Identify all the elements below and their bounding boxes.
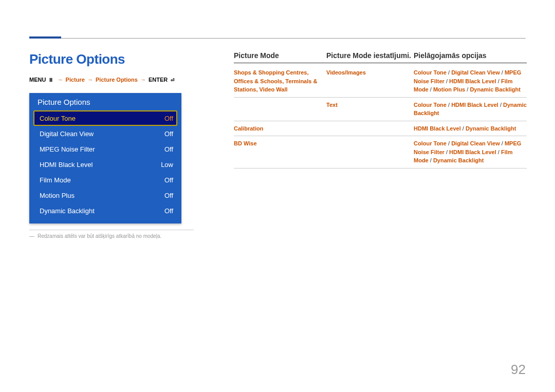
table-cell-options: HDMI Black Level / Dynamic Backlight (414, 124, 527, 133)
option: Dynamic Backlight (466, 125, 516, 132)
table-head-c3: Pielāgojamās opcijas (414, 51, 527, 60)
osd-item-value: Off (164, 115, 173, 122)
separator: / (447, 140, 451, 146)
table-row: TextColour Tone / HDMI Black Level / Dyn… (234, 98, 527, 121)
separator: / (496, 78, 501, 84)
osd-item-label: HDMI Black Level (40, 161, 92, 169)
option: Dynamic Backlight (433, 157, 484, 163)
enter-icon: ⏎ (169, 78, 176, 83)
option: Colour Tone (414, 102, 447, 108)
page-title: Picture Options (29, 51, 194, 67)
menu-icon: Ⅲ (47, 78, 54, 83)
table-cell-picture-mode: Calibration (234, 124, 326, 133)
osd-item-label: Film Mode (40, 176, 71, 184)
osd-item-label: Colour Tone (40, 115, 76, 122)
osd-item-colour-tone[interactable]: Colour ToneOff (33, 110, 177, 126)
option: Colour Tone (414, 69, 447, 76)
breadcrumb-arrow: → (86, 77, 94, 83)
separator: / (498, 102, 503, 108)
osd-item-value: Off (164, 130, 173, 138)
separator: / (461, 125, 466, 132)
breadcrumb-arrow: → (139, 77, 147, 83)
table-cell-options: Colour Tone / Digital Clean View / MPEG … (414, 139, 527, 165)
option: Digital Clean View (451, 140, 500, 146)
option: HDMI Black Level (449, 78, 496, 84)
table-cell-picture-mode: BD Wise (234, 139, 326, 148)
osd-item-value: Off (164, 207, 173, 215)
separator: / (447, 69, 451, 76)
note-text: Redzamais attēls var būt atšķirīgs atkar… (38, 233, 161, 239)
table-cell-options: Colour Tone / Digital Clean View / MPEG … (414, 68, 527, 94)
table-head-c1: Picture Mode (234, 51, 326, 60)
separator: / (429, 157, 433, 163)
osd-item-dynamic-backlight[interactable]: Dynamic BacklightOff (33, 203, 177, 218)
table-cell-setting: Videos/Images (326, 68, 414, 77)
option: HDMI Black Level (449, 149, 496, 155)
option: HDMI Black Level (414, 125, 461, 132)
page-number: 92 (511, 362, 526, 378)
table-head-c2: Picture Mode iestatījumi. (326, 51, 414, 60)
osd-panel: Picture Options Colour ToneOffDigital Cl… (29, 93, 181, 223)
osd-item-value: Off (164, 192, 173, 199)
osd-item-value: Low (161, 161, 173, 169)
table-row: BD WiseColour Tone / Digital Clean View … (234, 136, 527, 169)
separator: / (445, 149, 449, 155)
osd-item-value: Off (164, 176, 173, 184)
separator: / (500, 69, 505, 76)
osd-item-label: MPEG Noise Filter (40, 145, 95, 153)
table-cell-setting: Text (326, 101, 414, 109)
table-cell-options: Colour Tone / HDMI Black Level / Dynamic… (414, 101, 527, 118)
osd-item-motion-plus[interactable]: Motion PlusOff (33, 188, 177, 203)
breadcrumb-picture-options: Picture Options (96, 77, 138, 83)
note-dash: ― (29, 233, 34, 239)
option: Motion Plus (433, 86, 465, 92)
table-head: Picture Mode Picture Mode iestatījumi. P… (234, 51, 527, 63)
breadcrumb-enter: ENTER (149, 77, 168, 83)
osd-item-digital-clean-view[interactable]: Digital Clean ViewOff (33, 126, 177, 141)
breadcrumb: MENU Ⅲ → Picture → Picture Options → ENT… (29, 77, 194, 83)
option: Dynamic Backlight (470, 86, 520, 92)
osd-title: Picture Options (29, 93, 181, 110)
table-cell-picture-mode: Shops & Shopping Centres, Offices & Scho… (234, 68, 326, 94)
breadcrumb-menu: MENU (29, 77, 46, 83)
separator: / (445, 78, 449, 84)
separator: / (447, 102, 451, 108)
osd-item-mpeg-noise-filter[interactable]: MPEG Noise FilterOff (33, 141, 177, 157)
separator: / (500, 140, 505, 146)
table-row: CalibrationHDMI Black Level / Dynamic Ba… (234, 121, 527, 137)
option: Digital Clean View (451, 69, 500, 76)
separator: / (496, 149, 501, 155)
osd-item-label: Digital Clean View (40, 130, 94, 138)
option: Colour Tone (414, 140, 447, 146)
option: HDMI Black Level (451, 102, 498, 108)
table-row: Shops & Shopping Centres, Offices & Scho… (234, 65, 527, 98)
osd-item-hdmi-black-level[interactable]: HDMI Black LevelLow (33, 157, 177, 172)
osd-item-label: Dynamic Backlight (40, 207, 95, 215)
osd-item-film-mode[interactable]: Film ModeOff (33, 172, 177, 188)
breadcrumb-picture: Picture (66, 77, 85, 83)
divider (29, 230, 194, 230)
osd-item-value: Off (164, 145, 173, 153)
breadcrumb-arrow: → (57, 77, 64, 83)
separator: / (429, 86, 433, 92)
osd-item-label: Motion Plus (40, 192, 75, 199)
